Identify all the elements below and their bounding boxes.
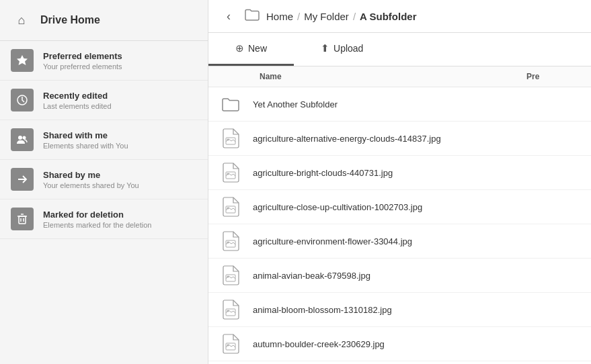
- svg-point-14: [227, 242, 229, 244]
- recently-subtitle: Last elements edited: [43, 102, 112, 110]
- file-list-header: Name Pre: [208, 66, 591, 87]
- sidebar-title: Drive Home: [40, 14, 100, 26]
- file-row-name: agriculture-bright-clouds-440731.jpg: [253, 168, 580, 178]
- svg-rect-7: [226, 138, 235, 144]
- deletion-subtitle: Elements marked for the deletion: [43, 221, 151, 229]
- svg-marker-0: [17, 55, 28, 65]
- preferred-title: Preferred elements: [43, 51, 122, 61]
- image-file-icon: [219, 195, 242, 218]
- file-row-name: Yet Another Subfolder: [253, 99, 580, 109]
- file-row-name: animal-bloom-blossom-1310182.jpg: [253, 305, 580, 315]
- file-row-name: agriculture-close-up-cultivation-1002703…: [253, 202, 580, 212]
- file-row-name: animal-avian-beak-679598.jpg: [253, 271, 580, 281]
- svg-point-12: [227, 208, 229, 210]
- sidebar-items-list: Preferred elementsYour preferred element…: [0, 41, 208, 239]
- file-row[interactable]: animal-bloom-blossom-1310182.jpg: [208, 293, 591, 327]
- folder-row-icon: [219, 93, 242, 116]
- plus-circle-icon: ⊕: [235, 42, 244, 54]
- preferred-icon: [11, 49, 34, 72]
- svg-rect-13: [226, 240, 235, 247]
- col-name-header: Name: [219, 72, 526, 81]
- main-panel: ‹ Home / My Folder / A Subfolder ⊕ New ⬆…: [208, 0, 591, 364]
- sidebar-item-shared-with[interactable]: Shared with meElements shared with You: [0, 120, 208, 160]
- shared-by-icon: [11, 168, 34, 191]
- image-file-icon: [219, 298, 242, 321]
- sidebar-header[interactable]: ⌂ Drive Home: [0, 0, 208, 41]
- shared-with-icon: [11, 128, 34, 151]
- svg-rect-17: [226, 309, 235, 316]
- recently-title: Recently edited: [43, 91, 112, 101]
- shared-with-title: Shared with me: [43, 130, 128, 140]
- upload-button-label: Upload: [333, 43, 363, 54]
- file-list-container: Name Pre Yet Another Subfolder agricultu…: [208, 66, 591, 364]
- breadcrumb-home[interactable]: Home: [266, 11, 293, 22]
- upload-button[interactable]: ⬆ Upload: [294, 33, 390, 66]
- recently-icon: [11, 89, 34, 111]
- file-row[interactable]: agriculture-close-up-cultivation-1002703…: [208, 190, 591, 224]
- breadcrumb-folder[interactable]: My Folder: [304, 11, 349, 22]
- svg-point-8: [227, 139, 229, 141]
- image-file-icon: [219, 264, 242, 287]
- sidebar-item-shared-by[interactable]: Shared by meYour elements shared by You: [0, 160, 208, 199]
- breadcrumb: Home / My Folder / A Subfolder: [266, 11, 417, 22]
- svg-point-16: [227, 276, 229, 278]
- file-row[interactable]: animal-avian-beak-679598.jpg: [208, 259, 591, 293]
- sidebar-item-preferred[interactable]: Preferred elementsYour preferred element…: [0, 41, 208, 81]
- image-file-icon: [219, 230, 242, 253]
- folder-icon: [245, 9, 260, 24]
- file-row[interactable]: Yet Another Subfolder: [208, 87, 591, 122]
- breadcrumb-subfolder: A Subfolder: [360, 11, 416, 22]
- svg-point-18: [227, 310, 229, 312]
- home-icon: ⌂: [11, 9, 32, 31]
- file-list-rows: Yet Another Subfolder agriculture-altern…: [208, 87, 591, 364]
- deletion-icon: [11, 208, 34, 230]
- new-button-label: New: [248, 43, 267, 54]
- shared-by-title: Shared by me: [43, 170, 139, 180]
- shared-with-subtitle: Elements shared with You: [43, 142, 128, 150]
- svg-rect-9: [226, 172, 235, 179]
- svg-point-10: [227, 173, 229, 175]
- file-row-name: autumn-boulder-creek-230629.jpg: [253, 339, 580, 349]
- svg-rect-4: [19, 216, 26, 224]
- sidebar-item-deletion[interactable]: Marked for deletionElements marked for t…: [0, 199, 208, 239]
- svg-rect-15: [226, 275, 235, 281]
- top-nav: ‹ Home / My Folder / A Subfolder: [208, 0, 591, 33]
- file-row-name: agriculture-environment-flower-33044.jpg: [253, 236, 580, 246]
- deletion-title: Marked for deletion: [43, 210, 151, 220]
- sidebar: ⌂ Drive Home Preferred elementsYour pref…: [0, 0, 208, 364]
- col-preview-header: Pre: [526, 72, 580, 81]
- file-row[interactable]: agriculture-environment-flower-33044.jpg: [208, 224, 591, 259]
- svg-rect-19: [226, 343, 235, 350]
- toolbar: ⊕ New ⬆ Upload: [208, 33, 591, 66]
- new-button[interactable]: ⊕ New: [208, 33, 294, 66]
- image-file-icon: [219, 332, 242, 355]
- svg-point-2: [18, 136, 22, 140]
- shared-by-subtitle: Your elements shared by You: [43, 181, 139, 189]
- file-row[interactable]: agriculture-alternative-energy-clouds-41…: [208, 122, 591, 156]
- file-row[interactable]: autumn-boulder-creek-230629.jpg: [208, 327, 591, 361]
- image-file-icon: [219, 127, 242, 150]
- file-row[interactable]: agriculture-bright-clouds-440731.jpg: [208, 156, 591, 190]
- svg-rect-11: [226, 206, 235, 213]
- image-file-icon: [219, 161, 242, 184]
- svg-point-3: [23, 136, 26, 140]
- sidebar-item-recently[interactable]: Recently editedLast elements edited: [0, 81, 208, 120]
- back-button[interactable]: ‹: [219, 7, 238, 26]
- file-row[interactable]: autumn-business-daylight-296085.jpg: [208, 361, 591, 364]
- upload-icon: ⬆: [321, 42, 329, 54]
- file-row-name: agriculture-alternative-energy-clouds-41…: [253, 134, 580, 144]
- preferred-subtitle: Your preferred elements: [43, 62, 122, 71]
- svg-point-20: [227, 345, 229, 347]
